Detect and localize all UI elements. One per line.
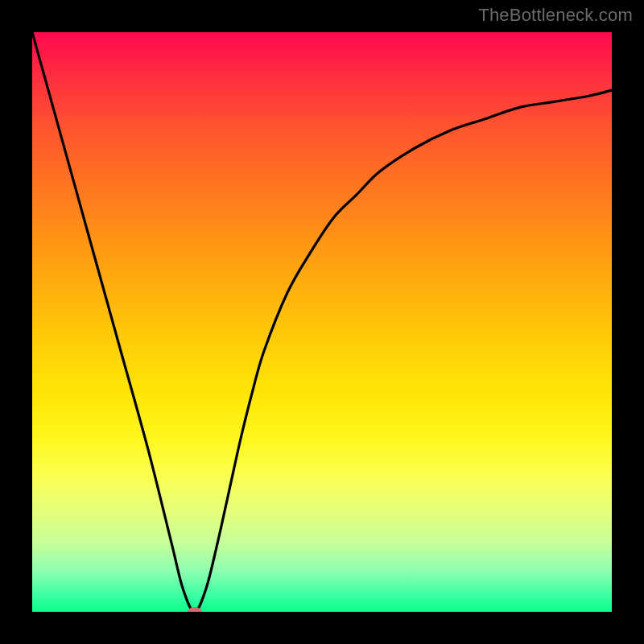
curve-svg	[32, 32, 612, 612]
curve-minimum-marker	[188, 607, 202, 612]
chart-frame: TheBottleneck.com	[0, 0, 644, 644]
watermark-text: TheBottleneck.com	[478, 5, 633, 26]
plot-area	[32, 32, 612, 612]
bottleneck-curve-path	[32, 32, 612, 612]
